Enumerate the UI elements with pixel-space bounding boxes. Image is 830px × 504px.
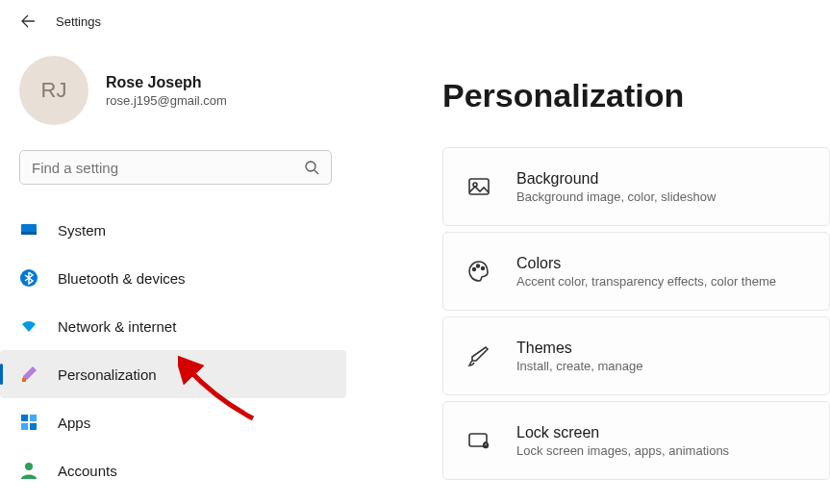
svg-rect-10	[469, 179, 489, 194]
card-subtitle: Background image, color, slideshow	[516, 189, 716, 204]
avatar: RJ	[19, 56, 88, 125]
lockscreen-icon	[466, 428, 491, 453]
svg-rect-7	[21, 423, 28, 430]
settings-cards: Background Background image, color, slid…	[442, 147, 830, 480]
svg-point-9	[25, 463, 33, 470]
svg-point-14	[482, 267, 485, 270]
app-title: Settings	[56, 14, 101, 29]
apps-icon	[19, 413, 38, 432]
card-title: Themes	[516, 340, 643, 357]
card-subtitle: Lock screen images, apps, animations	[516, 443, 729, 458]
sidebar-item-personalization[interactable]: Personalization	[0, 350, 346, 398]
svg-rect-17	[484, 445, 488, 448]
nav-list: System Bluetooth & devices Network & int…	[0, 206, 346, 494]
sidebar-item-label: Apps	[58, 415, 90, 431]
bluetooth-icon	[19, 268, 38, 288]
card-background[interactable]: Background Background image, color, slid…	[442, 147, 830, 226]
sidebar-item-network[interactable]: Network & internet	[0, 302, 346, 350]
svg-rect-6	[30, 415, 37, 421]
svg-rect-5	[21, 415, 28, 421]
sidebar-item-bluetooth[interactable]: Bluetooth & devices	[0, 254, 346, 302]
search-input[interactable]	[19, 150, 332, 185]
paintbrush-icon	[19, 365, 38, 384]
card-colors[interactable]: Colors Accent color, transparency effect…	[442, 232, 830, 311]
system-icon	[19, 220, 38, 239]
image-icon	[466, 174, 491, 199]
palette-icon	[466, 259, 491, 284]
svg-rect-8	[30, 423, 37, 430]
sidebar-item-apps[interactable]: Apps	[0, 398, 346, 446]
back-button[interactable]	[19, 13, 37, 30]
card-subtitle: Accent color, transparency effects, colo…	[516, 274, 776, 289]
card-themes[interactable]: Themes Install, create, manage	[442, 316, 830, 395]
sidebar-item-label: System	[58, 222, 106, 239]
sidebar-item-label: Network & internet	[58, 318, 176, 335]
brush-icon	[466, 343, 491, 368]
card-title: Background	[516, 170, 716, 188]
svg-rect-2	[21, 232, 37, 235]
sidebar-item-label: Personalization	[58, 366, 157, 383]
sidebar-item-accounts[interactable]: Accounts	[0, 446, 346, 494]
card-subtitle: Install, create, manage	[516, 359, 643, 373]
svg-point-0	[306, 162, 315, 171]
card-title: Lock screen	[516, 424, 729, 441]
sidebar-item-label: Bluetooth & devices	[58, 270, 186, 287]
card-title: Colors	[516, 255, 776, 272]
svg-rect-4	[22, 378, 26, 382]
svg-point-12	[473, 268, 476, 271]
svg-point-13	[477, 265, 480, 267]
profile-name: Rose Joseph	[106, 74, 227, 91]
search-icon	[304, 160, 319, 175]
profile-email: rose.j195@gmail.com	[106, 93, 227, 108]
sidebar-item-label: Accounts	[58, 463, 117, 479]
person-icon	[19, 461, 38, 480]
search-field[interactable]	[32, 160, 304, 176]
sidebar-item-system[interactable]: System	[0, 206, 346, 254]
profile-block[interactable]: RJ Rose Joseph rose.j195@gmail.com	[19, 56, 346, 125]
page-title: Personalization	[442, 77, 830, 114]
card-lockscreen[interactable]: Lock screen Lock screen images, apps, an…	[442, 401, 830, 480]
wifi-icon	[19, 316, 38, 336]
